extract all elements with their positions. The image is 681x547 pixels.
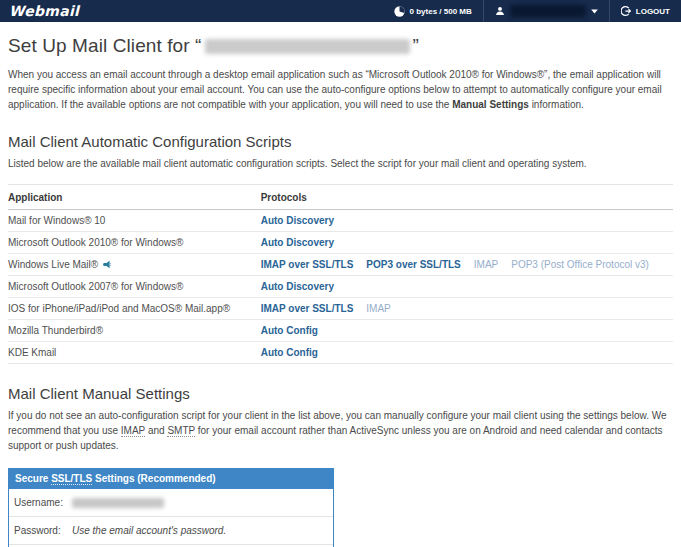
disk-usage-status: 0 bytes / 500 MB <box>383 0 483 22</box>
disk-usage-pie-icon <box>394 6 405 17</box>
protocols-cell: IMAP over SSL/TLSIMAP <box>261 298 673 320</box>
protocols-cell: Auto Discovery <box>261 232 673 254</box>
protocol-link[interactable]: IMAP over SSL/TLS <box>261 303 354 314</box>
disk-usage-text: 0 bytes / 500 MB <box>410 7 472 16</box>
password-row: Password: Use the email account's passwo… <box>9 517 333 545</box>
application-cell: Microsoft Outlook 2010® for Windows® <box>8 232 261 254</box>
application-name: Mozilla Thunderbird® <box>8 325 103 336</box>
table-row: Microsoft Outlook 2007® for Windows®Auto… <box>8 276 673 298</box>
intro-text-tail: information. <box>529 99 584 110</box>
protocol-link[interactable]: POP3 over SSL/TLS <box>366 259 460 270</box>
protocol-link[interactable]: Auto Discovery <box>261 215 334 226</box>
protocol-link[interactable]: IMAP <box>366 303 390 314</box>
imap-abbr: IMAP <box>121 425 145 437</box>
protocols-cell: Auto Discovery <box>261 276 673 298</box>
protocol-link[interactable]: Auto Config <box>261 347 318 358</box>
logout-label: LOGOUT <box>636 7 670 16</box>
table-header-row: Application Protocols <box>8 185 673 210</box>
password-value: Use the email account's password. <box>72 523 328 538</box>
application-name: Microsoft Outlook 2010® for Windows® <box>8 237 183 248</box>
autoconfig-table: Application Protocols Mail for Windows® … <box>8 184 673 364</box>
protocol-link[interactable]: Auto Discovery <box>261 281 334 292</box>
section-heading-auto-config: Mail Client Automatic Configuration Scri… <box>8 133 673 150</box>
protocol-link[interactable]: IMAP over SSL/TLS <box>261 259 354 270</box>
secure-ssl-settings-panel: Secure SSL/TLS Settings (Recommended) Us… <box>8 468 334 547</box>
top-bar: Webmail 0 bytes / 500 MB <box>0 0 681 22</box>
user-icon <box>495 6 505 16</box>
app-logo: Webmail <box>9 3 79 19</box>
application-cell: Mozilla Thunderbird® <box>8 320 261 342</box>
page-title-prefix: Set Up Mail Client for “ <box>8 35 202 56</box>
application-cell: Mail for Windows® 10 <box>8 210 261 232</box>
application-cell: Microsoft Outlook 2007® for Windows® <box>8 276 261 298</box>
application-name: KDE Kmail <box>8 347 56 358</box>
user-name-redacted <box>510 5 586 17</box>
protocol-link[interactable]: POP3 (Post Office Protocol v3) <box>511 259 649 270</box>
main-content: Set Up Mail Client for “” When you acces… <box>0 35 681 547</box>
table-row: Mail for Windows® 10Auto Discovery <box>8 210 673 232</box>
ssl-tls-abbr: SSL/TLS <box>51 473 92 485</box>
manual-intro-mid: and <box>145 425 167 436</box>
username-label: Username: <box>14 495 72 510</box>
table-row: Windows Live Mail®IMAP over SSL/TLSPOP3 … <box>8 254 673 276</box>
application-name: IOS for iPhone/iPad/iPod and MacOS® Mail… <box>8 303 230 314</box>
table-row: Microsoft Outlook 2010® for Windows®Auto… <box>8 232 673 254</box>
manual-intro-paragraph: If you do not see an auto-configuration … <box>8 408 673 453</box>
user-menu[interactable] <box>484 0 609 22</box>
protocols-cell: Auto Discovery <box>261 210 673 232</box>
application-name: Windows Live Mail® <box>8 259 98 270</box>
intro-paragraph: When you access an email account through… <box>8 67 673 112</box>
logout-button[interactable]: LOGOUT <box>610 0 681 22</box>
application-cell: IOS for iPhone/iPad/iPod and MacOS® Mail… <box>8 298 261 320</box>
logout-icon <box>621 6 631 16</box>
panel-title-post: Settings (Recommended) <box>92 473 215 484</box>
protocol-link[interactable]: Auto Config <box>261 325 318 336</box>
application-name: Microsoft Outlook 2007® for Windows® <box>8 281 183 292</box>
password-label: Password: <box>14 523 72 538</box>
protocol-link[interactable]: IMAP <box>474 259 498 270</box>
protocols-cell: IMAP over SSL/TLSPOP3 over SSL/TLSIMAPPO… <box>261 254 673 276</box>
column-header-protocols: Protocols <box>261 185 673 210</box>
announcement-icon[interactable] <box>102 260 111 269</box>
manual-settings-emphasis: Manual Settings <box>452 99 529 110</box>
application-cell: Windows Live Mail® <box>8 254 261 276</box>
page-title: Set Up Mail Client for “” <box>8 35 673 57</box>
username-row: Username: <box>9 489 333 517</box>
panel-title-pre: Secure <box>15 473 51 484</box>
protocol-link[interactable]: Auto Discovery <box>261 237 334 248</box>
auto-config-subtext: Listed below are the available mail clie… <box>8 156 673 171</box>
email-address-redacted <box>205 39 410 54</box>
protocols-cell: Auto Config <box>261 320 673 342</box>
username-redacted <box>72 498 164 508</box>
table-row: KDE KmailAuto Config <box>8 342 673 364</box>
application-cell: KDE Kmail <box>8 342 261 364</box>
protocols-cell: Auto Config <box>261 342 673 364</box>
panel-header: Secure SSL/TLS Settings (Recommended) <box>9 469 333 489</box>
table-row: IOS for iPhone/iPad/iPod and MacOS® Mail… <box>8 298 673 320</box>
application-name: Mail for Windows® 10 <box>8 215 105 226</box>
table-row: Mozilla Thunderbird®Auto Config <box>8 320 673 342</box>
username-value <box>72 495 328 510</box>
section-heading-manual-settings: Mail Client Manual Settings <box>8 385 673 402</box>
column-header-application: Application <box>8 185 261 210</box>
chevron-down-icon <box>591 9 598 14</box>
smtp-abbr: SMTP <box>167 425 195 437</box>
page-title-suffix: ” <box>413 35 419 56</box>
